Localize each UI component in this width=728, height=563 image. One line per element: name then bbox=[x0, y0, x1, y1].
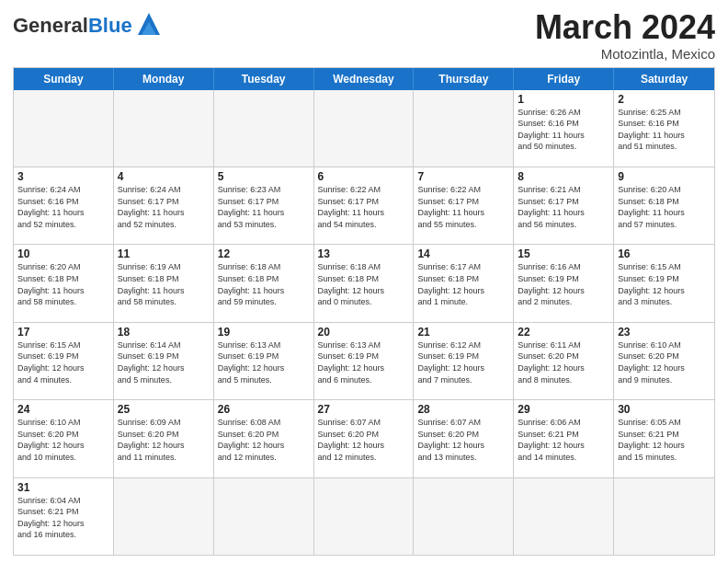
calendar-cell: 2Sunrise: 6:25 AM Sunset: 6:16 PM Daylig… bbox=[614, 90, 714, 167]
calendar-cell: 11Sunrise: 6:19 AM Sunset: 6:18 PM Dayli… bbox=[114, 245, 214, 321]
calendar-row-4: 24Sunrise: 6:10 AM Sunset: 6:20 PM Dayli… bbox=[14, 400, 714, 477]
day-info: Sunrise: 6:15 AM Sunset: 6:19 PM Dayligh… bbox=[17, 339, 109, 385]
day-number: 16 bbox=[618, 247, 711, 260]
calendar-body: 1Sunrise: 6:26 AM Sunset: 6:16 PM Daylig… bbox=[14, 90, 714, 555]
location: Motozintla, Mexico bbox=[535, 46, 715, 62]
day-number: 12 bbox=[218, 247, 310, 260]
calendar-cell: 22Sunrise: 6:11 AM Sunset: 6:20 PM Dayli… bbox=[514, 323, 614, 399]
calendar-cell: 10Sunrise: 6:20 AM Sunset: 6:18 PM Dayli… bbox=[14, 245, 114, 321]
calendar-cell: 25Sunrise: 6:09 AM Sunset: 6:20 PM Dayli… bbox=[114, 400, 214, 477]
logo-blue: Blue bbox=[88, 14, 132, 37]
calendar-cell bbox=[114, 90, 214, 167]
day-info: Sunrise: 6:13 AM Sunset: 6:19 PM Dayligh… bbox=[218, 339, 310, 385]
day-number: 23 bbox=[618, 326, 711, 339]
day-info: Sunrise: 6:16 AM Sunset: 6:19 PM Dayligh… bbox=[518, 261, 609, 307]
day-of-week-tuesday: Tuesday bbox=[214, 68, 314, 90]
calendar-cell: 9Sunrise: 6:20 AM Sunset: 6:18 PM Daylig… bbox=[614, 167, 714, 244]
day-info: Sunrise: 6:18 AM Sunset: 6:18 PM Dayligh… bbox=[318, 261, 410, 307]
day-number: 30 bbox=[618, 403, 711, 416]
day-info: Sunrise: 6:23 AM Sunset: 6:17 PM Dayligh… bbox=[218, 184, 310, 230]
day-info: Sunrise: 6:07 AM Sunset: 6:20 PM Dayligh… bbox=[318, 417, 410, 463]
day-info: Sunrise: 6:24 AM Sunset: 6:17 PM Dayligh… bbox=[118, 184, 210, 230]
calendar-cell: 5Sunrise: 6:23 AM Sunset: 6:17 PM Daylig… bbox=[214, 167, 314, 244]
day-number: 2 bbox=[618, 93, 711, 106]
calendar-cell: 13Sunrise: 6:18 AM Sunset: 6:18 PM Dayli… bbox=[314, 245, 415, 321]
calendar-cell: 19Sunrise: 6:13 AM Sunset: 6:19 PM Dayli… bbox=[214, 323, 314, 399]
day-number: 15 bbox=[518, 247, 609, 260]
day-number: 9 bbox=[618, 170, 711, 183]
day-number: 20 bbox=[318, 326, 410, 339]
calendar-cell: 23Sunrise: 6:10 AM Sunset: 6:20 PM Dayli… bbox=[614, 323, 714, 399]
day-number: 27 bbox=[318, 403, 410, 416]
day-number: 26 bbox=[218, 403, 310, 416]
day-info: Sunrise: 6:22 AM Sunset: 6:17 PM Dayligh… bbox=[417, 184, 509, 230]
day-number: 13 bbox=[318, 247, 410, 260]
day-number: 28 bbox=[417, 403, 509, 416]
day-info: Sunrise: 6:15 AM Sunset: 6:19 PM Dayligh… bbox=[618, 261, 711, 307]
day-info: Sunrise: 6:11 AM Sunset: 6:20 PM Dayligh… bbox=[518, 339, 609, 385]
calendar-cell: 27Sunrise: 6:07 AM Sunset: 6:20 PM Dayli… bbox=[314, 400, 415, 477]
calendar-cell bbox=[214, 478, 314, 555]
calendar-cell: 14Sunrise: 6:17 AM Sunset: 6:18 PM Dayli… bbox=[414, 245, 514, 321]
calendar-cell: 26Sunrise: 6:08 AM Sunset: 6:20 PM Dayli… bbox=[214, 400, 314, 477]
logo-general: General bbox=[13, 14, 88, 37]
logo: GeneralBlue bbox=[13, 13, 164, 39]
calendar-cell: 18Sunrise: 6:14 AM Sunset: 6:19 PM Dayli… bbox=[114, 323, 214, 399]
calendar-cell: 30Sunrise: 6:05 AM Sunset: 6:21 PM Dayli… bbox=[614, 400, 714, 477]
day-info: Sunrise: 6:09 AM Sunset: 6:20 PM Dayligh… bbox=[118, 417, 210, 463]
calendar-cell: 24Sunrise: 6:10 AM Sunset: 6:20 PM Dayli… bbox=[14, 400, 114, 477]
day-info: Sunrise: 6:17 AM Sunset: 6:18 PM Dayligh… bbox=[417, 261, 509, 307]
day-info: Sunrise: 6:20 AM Sunset: 6:18 PM Dayligh… bbox=[17, 261, 109, 307]
day-of-week-saturday: Saturday bbox=[614, 68, 714, 90]
calendar-cell: 12Sunrise: 6:18 AM Sunset: 6:18 PM Dayli… bbox=[214, 245, 314, 321]
day-info: Sunrise: 6:10 AM Sunset: 6:20 PM Dayligh… bbox=[17, 417, 109, 463]
calendar-row-1: 3Sunrise: 6:24 AM Sunset: 6:16 PM Daylig… bbox=[14, 167, 714, 245]
day-info: Sunrise: 6:20 AM Sunset: 6:18 PM Dayligh… bbox=[618, 184, 711, 230]
day-number: 25 bbox=[118, 403, 210, 416]
logo-icon bbox=[134, 9, 164, 39]
calendar-cell: 15Sunrise: 6:16 AM Sunset: 6:19 PM Dayli… bbox=[514, 245, 614, 321]
calendar-cell bbox=[414, 90, 514, 167]
day-number: 5 bbox=[218, 170, 310, 183]
header: GeneralBlue March 2024 Motozintla, Mexic… bbox=[13, 9, 715, 62]
calendar-cell bbox=[14, 90, 114, 167]
day-number: 22 bbox=[518, 326, 609, 339]
day-info: Sunrise: 6:07 AM Sunset: 6:20 PM Dayligh… bbox=[417, 417, 509, 463]
calendar-cell bbox=[414, 478, 514, 555]
calendar-cell: 20Sunrise: 6:13 AM Sunset: 6:19 PM Dayli… bbox=[314, 323, 415, 399]
day-info: Sunrise: 6:13 AM Sunset: 6:19 PM Dayligh… bbox=[318, 339, 410, 385]
calendar-cell bbox=[314, 478, 415, 555]
calendar-row-3: 17Sunrise: 6:15 AM Sunset: 6:19 PM Dayli… bbox=[14, 323, 714, 400]
day-number: 6 bbox=[318, 170, 410, 183]
calendar: SundayMondayTuesdayWednesdayThursdayFrid… bbox=[13, 67, 715, 556]
day-info: Sunrise: 6:08 AM Sunset: 6:20 PM Dayligh… bbox=[218, 417, 310, 463]
calendar-cell: 3Sunrise: 6:24 AM Sunset: 6:16 PM Daylig… bbox=[14, 167, 114, 244]
day-info: Sunrise: 6:05 AM Sunset: 6:21 PM Dayligh… bbox=[618, 417, 711, 463]
calendar-cell: 1Sunrise: 6:26 AM Sunset: 6:16 PM Daylig… bbox=[514, 90, 614, 167]
day-info: Sunrise: 6:22 AM Sunset: 6:17 PM Dayligh… bbox=[318, 184, 410, 230]
day-info: Sunrise: 6:04 AM Sunset: 6:21 PM Dayligh… bbox=[17, 495, 109, 541]
day-info: Sunrise: 6:25 AM Sunset: 6:16 PM Dayligh… bbox=[618, 107, 711, 153]
day-number: 11 bbox=[118, 247, 210, 260]
day-number: 4 bbox=[118, 170, 210, 183]
day-number: 1 bbox=[518, 93, 609, 106]
day-of-week-monday: Monday bbox=[114, 68, 214, 90]
day-number: 8 bbox=[518, 170, 609, 183]
day-number: 10 bbox=[17, 247, 109, 260]
day-info: Sunrise: 6:19 AM Sunset: 6:18 PM Dayligh… bbox=[118, 261, 210, 307]
day-of-week-thursday: Thursday bbox=[414, 68, 514, 90]
calendar-cell: 4Sunrise: 6:24 AM Sunset: 6:17 PM Daylig… bbox=[114, 167, 214, 244]
day-info: Sunrise: 6:10 AM Sunset: 6:20 PM Dayligh… bbox=[618, 339, 711, 385]
calendar-cell: 29Sunrise: 6:06 AM Sunset: 6:21 PM Dayli… bbox=[514, 400, 614, 477]
calendar-cell bbox=[114, 478, 214, 555]
day-of-week-friday: Friday bbox=[514, 68, 614, 90]
calendar-cell: 6Sunrise: 6:22 AM Sunset: 6:17 PM Daylig… bbox=[314, 167, 415, 244]
calendar-cell: 16Sunrise: 6:15 AM Sunset: 6:19 PM Dayli… bbox=[614, 245, 714, 321]
calendar-row-0: 1Sunrise: 6:26 AM Sunset: 6:16 PM Daylig… bbox=[14, 90, 714, 167]
day-number: 21 bbox=[417, 326, 509, 339]
day-of-week-wednesday: Wednesday bbox=[314, 68, 415, 90]
page-container: GeneralBlue March 2024 Motozintla, Mexic… bbox=[0, 0, 728, 563]
calendar-cell bbox=[614, 478, 714, 555]
title-block: March 2024 Motozintla, Mexico bbox=[535, 9, 715, 62]
day-number: 14 bbox=[417, 247, 509, 260]
